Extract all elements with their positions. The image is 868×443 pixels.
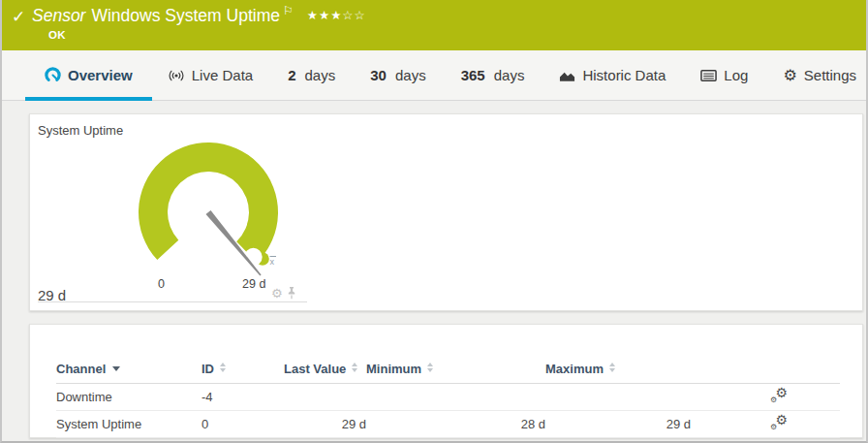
sort-icon bbox=[352, 363, 357, 372]
tab-historic-data[interactable]: Historic Data bbox=[551, 50, 673, 100]
channel-name: Downtime bbox=[56, 383, 202, 410]
gauge-panel: System Uptime x 0 29 d 29 d ⚙ bbox=[29, 113, 863, 311]
sensor-page: ✓ SensorWindows System Uptime⚐★★★☆☆ OK O… bbox=[0, 0, 868, 443]
gauge-ring bbox=[139, 142, 278, 263]
tab-overview[interactable]: Overview bbox=[37, 50, 140, 100]
sensor-header: ✓ SensorWindows System Uptime⚐★★★☆☆ OK bbox=[2, 0, 866, 50]
area-chart-icon bbox=[559, 69, 575, 82]
gear-icon: ⚙ bbox=[783, 68, 796, 83]
sort-desc-icon bbox=[112, 366, 120, 371]
status-badge: OK bbox=[48, 29, 66, 41]
tab-label: days bbox=[494, 67, 525, 83]
tab-30-days[interactable]: 30 days bbox=[362, 50, 433, 100]
sort-icon bbox=[220, 363, 226, 372]
channel-name: System Uptime bbox=[56, 410, 202, 437]
tab-label: days bbox=[305, 67, 336, 83]
column-header-settings bbox=[691, 356, 840, 383]
stars-empty: ☆☆ bbox=[342, 9, 365, 22]
tab-label: days bbox=[395, 67, 426, 83]
uptime-gauge: x bbox=[30, 114, 340, 308]
column-header-channel[interactable]: Channel bbox=[56, 356, 202, 383]
tab-label: Overview bbox=[68, 67, 133, 83]
tab-bar: Overview Live Data 2 days 30 days 365 da… bbox=[2, 50, 866, 101]
tab-log[interactable]: Log bbox=[693, 50, 756, 100]
log-list-icon bbox=[700, 69, 717, 82]
sensor-title-line: SensorWindows System Uptime⚐★★★☆☆ bbox=[32, 6, 366, 26]
column-header-maximum[interactable]: Maximum bbox=[545, 356, 691, 383]
channel-minimum bbox=[366, 383, 545, 410]
favorite-rating[interactable]: ★★★☆☆ bbox=[307, 9, 366, 22]
tab-value: 30 bbox=[370, 67, 387, 83]
table-row-downtime: Downtime -4 ⚙⚙ bbox=[56, 383, 840, 410]
tab-settings[interactable]: ⚙ Settings bbox=[775, 50, 864, 100]
live-data-icon bbox=[168, 69, 185, 82]
sort-icon bbox=[427, 363, 433, 372]
panel-gear-icon[interactable]: ⚙ bbox=[271, 287, 283, 300]
channel-maximum: 29 d bbox=[545, 410, 691, 437]
tab-label: Log bbox=[724, 67, 748, 83]
page-title: Windows System Uptime bbox=[91, 6, 280, 25]
channel-last-value bbox=[284, 383, 366, 410]
channel-settings-icon[interactable]: ⚙⚙ bbox=[770, 415, 788, 430]
channel-id: -4 bbox=[202, 383, 284, 410]
tab-value: 2 bbox=[288, 67, 295, 83]
table-header-row: Channel ID Last Value Minimum Maximum bbox=[56, 356, 840, 383]
pin-icon[interactable] bbox=[287, 286, 296, 300]
channel-table-panel: Channel ID Last Value Minimum Maximum Do… bbox=[29, 324, 863, 438]
svg-text:x: x bbox=[270, 257, 275, 267]
mean-marker-icon: x bbox=[270, 257, 277, 268]
channel-settings-icon[interactable]: ⚙⚙ bbox=[770, 388, 788, 403]
channel-maximum bbox=[545, 383, 691, 410]
channel-minimum: 28 d bbox=[366, 410, 545, 437]
column-header-last-value[interactable]: Last Value bbox=[284, 356, 366, 383]
stars-filled: ★★★ bbox=[307, 9, 343, 22]
gauge-scale-min: 0 bbox=[158, 277, 165, 291]
column-header-id[interactable]: ID bbox=[202, 356, 284, 383]
gauge-scale-max: 29 d bbox=[242, 277, 265, 291]
gauge-panel-tools: ⚙ bbox=[271, 286, 296, 300]
tab-label: Historic Data bbox=[582, 67, 666, 83]
table-row-system-uptime: System Uptime 0 29 d 28 d 29 d ⚙⚙ bbox=[56, 410, 840, 437]
tab-label: Live Data bbox=[192, 67, 253, 83]
tab-2-days[interactable]: 2 days bbox=[280, 50, 343, 100]
gauge-baseline bbox=[38, 301, 307, 302]
channel-id: 0 bbox=[202, 410, 284, 437]
channel-table: Channel ID Last Value Minimum Maximum Do… bbox=[56, 356, 840, 438]
priority-flag-icon[interactable]: ⚐ bbox=[283, 4, 294, 17]
channel-last-value: 29 d bbox=[284, 410, 366, 437]
sensor-kind-label: Sensor bbox=[32, 6, 85, 25]
status-ok-check-icon: ✓ bbox=[12, 7, 25, 27]
gauge-icon bbox=[45, 67, 61, 83]
tab-value: 365 bbox=[461, 67, 485, 83]
column-header-minimum[interactable]: Minimum bbox=[366, 356, 545, 383]
tab-live-data[interactable]: Live Data bbox=[160, 50, 261, 100]
tab-label: Settings bbox=[804, 67, 856, 83]
tab-365-days[interactable]: 365 days bbox=[453, 50, 533, 100]
sort-icon bbox=[609, 363, 615, 372]
